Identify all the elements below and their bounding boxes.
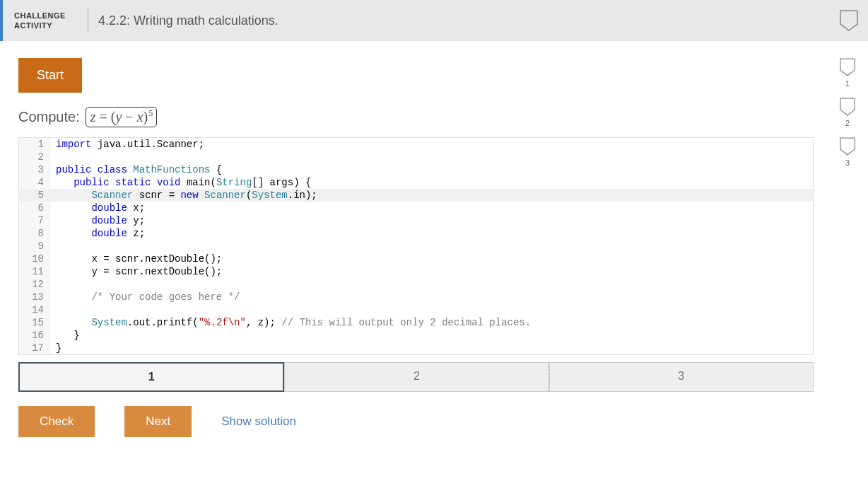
line-number: 5	[19, 189, 50, 202]
progress-tab-1[interactable]: 1	[18, 362, 284, 392]
side-progress-num: 2	[845, 119, 850, 127]
line-number: 14	[19, 303, 50, 316]
line-number: 4	[19, 176, 50, 189]
code-content[interactable]: double y;	[50, 214, 813, 227]
code-line-10[interactable]: 10 x = scnr.nextDouble();	[19, 253, 813, 265]
line-number: 1	[19, 138, 50, 151]
code-line-12[interactable]: 12	[19, 278, 813, 291]
code-line-9[interactable]: 9	[19, 240, 813, 253]
code-content[interactable]	[50, 278, 813, 291]
compute-prompt: Compute: z = ( y − x ) 5	[18, 107, 850, 127]
side-progress-item-2[interactable]: 2	[840, 98, 855, 127]
line-number: 9	[19, 240, 50, 253]
side-progress: 123	[840, 58, 855, 167]
code-line-11[interactable]: 11 y = scnr.nextDouble();	[19, 265, 813, 278]
line-number: 16	[19, 329, 50, 342]
line-number: 11	[19, 265, 50, 278]
line-number: 13	[19, 291, 50, 303]
code-content[interactable]	[50, 240, 813, 253]
challenge-activity-label: CHALLENGE ACTIVITY	[14, 11, 78, 31]
code-line-3[interactable]: 3public class MathFunctions {	[19, 163, 813, 176]
challenge-label-line1: CHALLENGE	[14, 11, 78, 21]
code-content[interactable]: Scanner scnr = new Scanner(System.in);	[50, 189, 813, 202]
code-content[interactable]: double x;	[50, 202, 813, 214]
code-line-4[interactable]: 4 public static void main(String[] args)…	[19, 176, 813, 189]
code-content[interactable]: x = scnr.nextDouble();	[50, 253, 813, 265]
code-line-5[interactable]: 5 Scanner scnr = new Scanner(System.in);	[19, 189, 813, 202]
side-progress-num: 1	[845, 79, 850, 88]
code-content[interactable]: import java.util.Scanner;	[50, 138, 813, 151]
code-content[interactable]	[50, 151, 813, 163]
formula-box: z = ( y − x ) 5	[86, 107, 157, 127]
line-number: 8	[19, 227, 50, 240]
compute-label: Compute:	[18, 109, 80, 125]
start-button[interactable]: Start	[18, 58, 82, 93]
code-line-8[interactable]: 8 double z;	[19, 227, 813, 240]
code-content[interactable]: System.out.printf("%.2f\n", z); // This …	[50, 316, 813, 329]
line-number: 2	[19, 151, 50, 163]
code-content[interactable]: y = scnr.nextDouble();	[50, 265, 813, 278]
header-divider	[88, 8, 88, 33]
code-line-17[interactable]: 17}	[19, 342, 813, 354]
line-number: 3	[19, 163, 50, 176]
line-number: 10	[19, 253, 50, 265]
next-button[interactable]: Next	[124, 406, 192, 437]
line-number: 7	[19, 214, 50, 227]
code-line-16[interactable]: 16 }	[19, 329, 813, 342]
show-solution-link[interactable]: Show solution	[221, 415, 296, 429]
progress-tabs: 123	[18, 362, 814, 392]
progress-tab-2[interactable]: 2	[284, 362, 549, 392]
line-number: 6	[19, 202, 50, 214]
line-number: 12	[19, 278, 50, 291]
code-content[interactable]: /* Your code goes here */	[50, 291, 813, 303]
header-shield-icon	[840, 10, 858, 34]
shield-icon	[840, 137, 855, 156]
side-progress-item-1[interactable]: 1	[840, 58, 855, 88]
code-line-15[interactable]: 15 System.out.printf("%.2f\n", z); // Th…	[19, 316, 813, 329]
code-content[interactable]	[50, 303, 813, 316]
code-line-2[interactable]: 2	[19, 151, 813, 163]
code-content[interactable]: }	[50, 329, 813, 342]
side-progress-item-3[interactable]: 3	[840, 137, 855, 167]
code-editor[interactable]: 1import java.util.Scanner;23public class…	[18, 137, 814, 355]
code-line-7[interactable]: 7 double y;	[19, 214, 813, 227]
code-content[interactable]: public static void main(String[] args) {	[50, 176, 813, 189]
main-content: 123 Start Compute: z = ( y − x ) 5 1impo…	[0, 41, 868, 437]
progress-tab-3[interactable]: 3	[549, 362, 814, 392]
check-button[interactable]: Check	[18, 406, 95, 437]
line-number: 17	[19, 342, 50, 354]
shield-icon	[840, 98, 855, 116]
side-progress-num: 3	[845, 158, 850, 167]
challenge-label-line2: ACTIVITY	[14, 21, 78, 30]
activity-title: 4.2.2: Writing math calculations.	[98, 13, 278, 28]
shield-icon	[840, 58, 855, 76]
action-row: Check Next Show solution	[18, 406, 850, 437]
code-line-6[interactable]: 6 double x;	[19, 202, 813, 214]
code-line-14[interactable]: 14	[19, 303, 813, 316]
line-number: 15	[19, 316, 50, 329]
code-line-13[interactable]: 13 /* Your code goes here */	[19, 291, 813, 303]
code-content[interactable]: public class MathFunctions {	[50, 163, 813, 176]
header-bar: CHALLENGE ACTIVITY 4.2.2: Writing math c…	[0, 0, 868, 41]
code-line-1[interactable]: 1import java.util.Scanner;	[19, 138, 813, 151]
code-content[interactable]: double z;	[50, 227, 813, 240]
code-content[interactable]: }	[50, 342, 813, 354]
